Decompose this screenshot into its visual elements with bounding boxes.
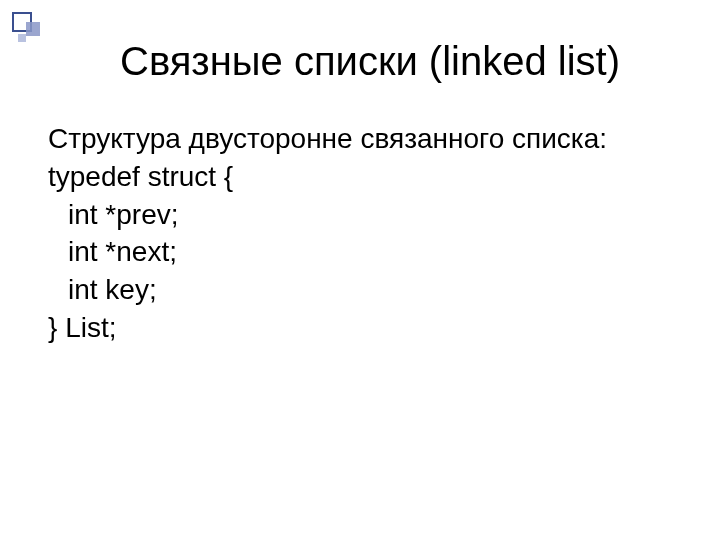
corner-decoration-icon — [12, 12, 52, 52]
slide: Связные списки (linked list) Структура д… — [0, 0, 720, 540]
slide-title: Связные списки (linked list) — [60, 38, 680, 84]
deco-square-3 — [18, 34, 26, 42]
intro-line: Структура двусторонне связанного списка: — [48, 120, 672, 158]
code-line-close: } List; — [48, 309, 672, 347]
deco-square-2 — [26, 22, 40, 36]
code-line-prev: int *prev; — [48, 196, 672, 234]
code-line-typedef: typedef struct { — [48, 158, 672, 196]
code-line-next: int *next; — [48, 233, 672, 271]
slide-body: Структура двусторонне связанного списка:… — [48, 120, 672, 347]
code-line-key: int key; — [48, 271, 672, 309]
